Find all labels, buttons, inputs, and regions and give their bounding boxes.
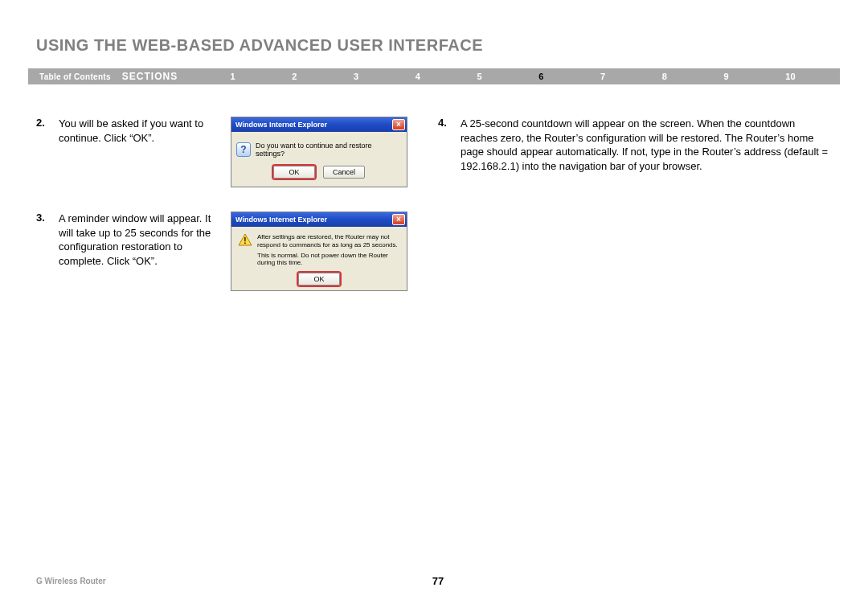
step-4-number: 4. xyxy=(438,117,461,187)
warning-icon: ! xyxy=(238,233,252,246)
page-footer: G Wireless Router 77 xyxy=(36,577,840,585)
sections-label: SECTIONS xyxy=(122,71,202,82)
page-number: 77 xyxy=(432,575,444,587)
page-title: USING THE WEB-BASED ADVANCED USER INTERF… xyxy=(36,36,483,55)
step-4-text: A 25-second countdown will appear on the… xyxy=(461,117,830,187)
cancel-button[interactable]: Cancel xyxy=(323,166,365,179)
ok-button[interactable]: OK xyxy=(273,166,315,179)
toc-link[interactable]: Table of Contents xyxy=(28,72,122,81)
ok-button[interactable]: OK xyxy=(298,273,340,286)
close-icon[interactable]: × xyxy=(392,214,405,225)
section-link-6[interactable]: 6 xyxy=(538,72,543,81)
section-link-2[interactable]: 2 xyxy=(292,72,297,81)
section-link-7[interactable]: 7 xyxy=(600,72,605,81)
section-link-5[interactable]: 5 xyxy=(477,72,482,81)
dialog2-line1: After settings are restored, the Router … xyxy=(257,233,400,249)
close-icon[interactable]: × xyxy=(392,119,405,130)
section-link-8[interactable]: 8 xyxy=(662,72,667,81)
section-link-10[interactable]: 10 xyxy=(785,72,795,81)
step-2-text: You will be asked if you want to continu… xyxy=(59,117,219,187)
section-link-1[interactable]: 1 xyxy=(230,72,235,81)
dialog1-message: Do you want to continue and restore sett… xyxy=(256,142,402,158)
step-3-text: A reminder window will appear. It will t… xyxy=(59,212,219,291)
question-icon xyxy=(236,142,251,157)
section-link-3[interactable]: 3 xyxy=(354,72,358,81)
section-link-4[interactable]: 4 xyxy=(416,72,420,81)
dialog1-title: Windows Internet Explorer xyxy=(235,121,392,129)
section-navbar: Table of Contents SECTIONS 12345678910 xyxy=(28,68,840,84)
section-link-9[interactable]: 9 xyxy=(724,72,729,81)
dialog-restore-reminder: Windows Internet Explorer × ! After sett… xyxy=(231,212,407,291)
dialog-confirm-restore: Windows Internet Explorer × Do you want … xyxy=(231,117,407,187)
step-2-number: 2. xyxy=(36,117,59,187)
step-3-number: 3. xyxy=(36,212,59,291)
product-name: G Wireless Router xyxy=(36,577,106,585)
dialog2-line2: This is normal. Do not power down the Ro… xyxy=(257,252,400,266)
svg-text:!: ! xyxy=(244,236,246,245)
dialog2-title: Windows Internet Explorer xyxy=(235,216,392,224)
